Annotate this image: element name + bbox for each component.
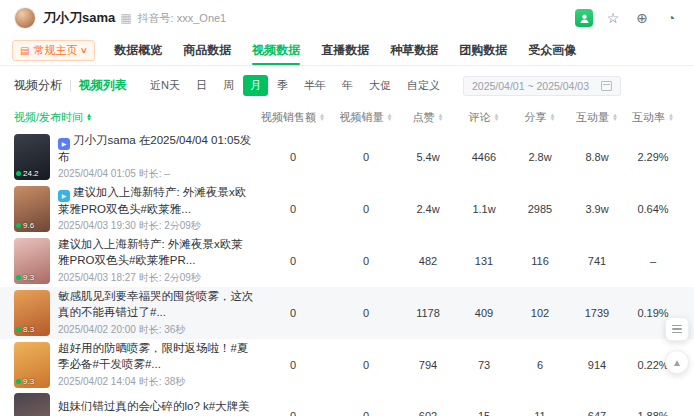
video-info: ▶建议加入上海新特产: 外滩夜景x欧莱雅PRO双色头#欧莱雅... 2025/0…: [58, 185, 254, 233]
sort-icon[interactable]: ▲▼: [319, 113, 325, 122]
score-value: 8.3: [23, 325, 34, 334]
home-menu-button[interactable]: ▤ 常规主页 ∨: [12, 40, 95, 61]
user-badge-icon[interactable]: [575, 9, 593, 27]
nav-tab[interactable]: 受众画像: [526, 36, 578, 65]
table-row[interactable]: 8.3 敏感肌见到要幸福哭的囤货喷雾，这次真的不能再错过了#... 2025/0…: [0, 287, 694, 339]
column-header[interactable]: 视频销量 ▲▼: [332, 110, 400, 125]
column-header[interactable]: 评论 ▲▼: [456, 110, 512, 125]
tab-video-analysis[interactable]: 视频分析: [14, 77, 62, 94]
video-thumbnail[interactable]: 8.3: [14, 290, 50, 336]
back-to-top-button[interactable]: ▲: [665, 350, 689, 374]
arrow-up-icon: ▲: [672, 357, 682, 368]
filter-group: 近N天 日 周 月 季 半年 年 大促 自定义: [143, 75, 447, 96]
date-range-picker[interactable]: 2025/04/01 ~ 2025/04/03: [463, 76, 621, 96]
star-icon[interactable]: ☆: [604, 9, 622, 27]
video-info: 建议加入上海新特产: 外滩夜景x欧莱雅PRO双色头#欧莱雅PR... 2025/…: [58, 237, 254, 285]
filter-button[interactable]: 大促: [362, 75, 398, 96]
feedback-button[interactable]: [665, 317, 689, 341]
nav-tab[interactable]: 数据概览: [112, 36, 164, 65]
sort-icon[interactable]: ▲▼: [86, 113, 92, 122]
cell-sales: 0: [254, 151, 332, 163]
score-dot-icon: [16, 171, 21, 176]
nav-tab[interactable]: 直播数据: [319, 36, 371, 65]
cell-shares: 11: [512, 410, 568, 416]
add-circle-icon[interactable]: ⊕: [633, 9, 651, 27]
table-row[interactable]: 24.2 ▶刀小刀sama 在2025/04/04 01:05发布 2025/0…: [0, 131, 694, 183]
video-thumbnail[interactable]: 24.2: [14, 134, 50, 180]
video-title[interactable]: 敏感肌见到要幸福哭的囤货喷雾，这次真的不能再错过了#...: [58, 289, 254, 320]
column-header[interactable]: 视频/发布时间 ▲▼: [14, 110, 254, 125]
sort-icon[interactable]: ▲▼: [612, 113, 618, 122]
cell-sales: 0: [254, 359, 332, 371]
table-row[interactable]: 9.3 建议加入上海新特产: 外滩夜景x欧莱雅PRO双色头#欧莱雅PR... 2…: [0, 235, 694, 287]
cell-likes: 1178: [400, 307, 456, 319]
column-header[interactable]: 互动率 ▲▼: [626, 110, 680, 125]
service-icon[interactable]: ◔: [662, 9, 680, 27]
video-title-text: 超好用的防晒喷雾，限时返场啦！#夏季必备#干发喷雾#...: [58, 342, 248, 370]
sort-icon[interactable]: ▲▼: [387, 113, 393, 122]
column-label: 视频/发布时间: [14, 110, 83, 125]
video-title[interactable]: 建议加入上海新特产: 外滩夜景x欧莱雅PRO双色头#欧莱雅PR...: [58, 237, 254, 268]
video-title[interactable]: ▶建议加入上海新特产: 外滩夜景x欧莱雅PRO双色头#欧莱雅...: [58, 185, 254, 216]
video-title[interactable]: 超好用的防晒喷雾，限时返场啦！#夏季必备#干发喷雾#...: [58, 341, 254, 372]
column-header[interactable]: 互动量 ▲▼: [568, 110, 626, 125]
table-header: 视频/发布时间 ▲▼ 视频销售额 ▲▼ 视频销量 ▲▼ 点赞 ▲▼ 评论 ▲▼ …: [0, 103, 694, 131]
cell-sales: 0: [254, 410, 332, 416]
filter-button[interactable]: 周: [216, 75, 241, 96]
cell-likes: 5.4w: [400, 151, 456, 163]
cell-likes: 2.4w: [400, 203, 456, 215]
video-title-text: 建议加入上海新特产: 外滩夜景x欧莱雅PRO双色头#欧莱雅PR...: [58, 238, 243, 266]
table-body: 24.2 ▶刀小刀sama 在2025/04/04 01:05发布 2025/0…: [0, 131, 694, 416]
column-header[interactable]: 分享 ▲▼: [512, 110, 568, 125]
column-header[interactable]: 点赞 ▲▼: [400, 110, 456, 125]
video-cell: 9.3 超好用的防晒喷雾，限时返场啦！#夏季必备#干发喷雾#... 2025/0…: [14, 341, 254, 389]
sort-icon[interactable]: ▲▼: [668, 113, 674, 122]
nav-tab[interactable]: 团购数据: [457, 36, 509, 65]
cell-interactions: 914: [568, 359, 626, 371]
video-title[interactable]: ▶刀小刀sama 在2025/04/04 01:05发布: [58, 133, 254, 164]
cell-shares: 6: [512, 359, 568, 371]
video-thumbnail[interactable]: 9.3: [14, 342, 50, 388]
qr-code-icon[interactable]: ▦: [120, 11, 131, 25]
video-thumbnail[interactable]: 9.6: [14, 186, 50, 232]
sort-icon[interactable]: ▲▼: [438, 113, 444, 122]
video-title[interactable]: 姐妹们错过真的会心碎的lo? k#大牌美妆: [58, 399, 254, 416]
nav-tab[interactable]: 视频数据: [250, 36, 302, 65]
video-thumbnail[interactable]: [14, 393, 50, 416]
filter-button[interactable]: 月: [243, 75, 268, 96]
sort-icon[interactable]: ▲▼: [550, 113, 556, 122]
filter-button[interactable]: 近N天: [143, 75, 187, 96]
table-row[interactable]: 9.6 ▶建议加入上海新特产: 外滩夜景x欧莱雅PRO双色头#欧莱雅... 20…: [0, 183, 694, 235]
thumbnail-score-badge: 9.3: [16, 273, 34, 282]
cell-likes: 602: [400, 410, 456, 416]
tab-video-list[interactable]: 视频列表: [79, 77, 127, 94]
filter-button[interactable]: 季: [270, 75, 295, 96]
video-toolbar: 视频分析 视频列表 近N天 日 周 月 季 半年 年 大促 自定义 2025/0…: [0, 66, 694, 103]
cell-comments: 131: [456, 255, 512, 267]
sort-icon[interactable]: ▲▼: [494, 113, 500, 122]
calendar-icon: [601, 81, 612, 91]
filter-button[interactable]: 半年: [297, 75, 333, 96]
video-cell: 8.3 敏感肌见到要幸福哭的囤货喷雾，这次真的不能再错过了#... 2025/0…: [14, 289, 254, 337]
table-row[interactable]: 姐妹们错过真的会心碎的lo? k#大牌美妆 0 0 602 15 11 647 …: [0, 391, 694, 416]
score-value: 9.3: [23, 273, 34, 282]
filter-button[interactable]: 日: [189, 75, 214, 96]
column-header[interactable]: 视频销售额 ▲▼: [254, 110, 332, 125]
nav-tab[interactable]: 商品数据: [181, 36, 233, 65]
filter-button[interactable]: 年: [335, 75, 360, 96]
cell-shares: 102: [512, 307, 568, 319]
table-row[interactable]: 9.3 超好用的防晒喷雾，限时返场啦！#夏季必备#干发喷雾#... 2025/0…: [0, 339, 694, 391]
video-thumbnail[interactable]: 9.3: [14, 238, 50, 284]
filter-button[interactable]: 自定义: [400, 75, 447, 96]
video-meta: 2025/04/04 01:05 时长: –: [58, 167, 254, 181]
cell-sales: 0: [254, 307, 332, 319]
cell-rate: 1.88%: [626, 410, 680, 416]
column-label: 视频销量: [340, 110, 384, 125]
score-dot-icon: [16, 275, 21, 280]
nav-tab[interactable]: 种草数据: [388, 36, 440, 65]
video-title-text: 刀小刀sama 在2025/04/04 01:05发布: [58, 134, 251, 163]
app-window: 刀小刀sama ▦ 抖音号: xxx_One1 ☆ ⊕ ◔ ▤ 常规主页 ∨ 数…: [0, 0, 694, 416]
cell-volume: 0: [332, 203, 400, 215]
score-value: 9.6: [23, 221, 34, 230]
avatar[interactable]: [14, 7, 36, 29]
